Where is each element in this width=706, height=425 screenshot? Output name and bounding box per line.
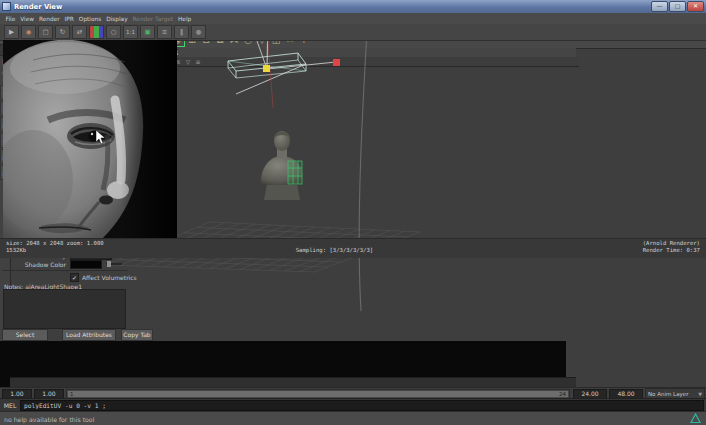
anim-layer-value: No Anim Layer (648, 391, 688, 397)
rw-menu-render-target[interactable]: Render Target (130, 16, 175, 22)
mel-label[interactable]: MEL (0, 402, 20, 409)
face-render (3, 40, 177, 238)
image-size-zoom: size: 2048 x 2048 zoom: 1.000 (6, 240, 104, 246)
help-line: no help available for this tool (0, 411, 706, 425)
render-view-toolbar: ▶◉▢↻⇄▮○1:1▣≡‖● (0, 24, 706, 41)
ipr-render-icon[interactable]: ◉ (21, 25, 36, 39)
pause-ipr-icon[interactable]: ‖ (174, 25, 189, 39)
status-line-2: 1532Kb Sampling: [3/3/3/3/3/3] Render Ti… (0, 246, 706, 253)
range-start-handle[interactable]: 1 (68, 391, 76, 397)
render-time: Render Time: 0:37 (643, 247, 700, 253)
display-options-icon[interactable]: ≡ (157, 25, 172, 39)
playback-end-field[interactable]: 24.00 (573, 389, 607, 399)
chevron-down-icon: ▼ (698, 391, 702, 397)
mel-command-input[interactable] (20, 400, 704, 411)
renderer-name: (Arnold Renderer) (643, 240, 700, 246)
alpha-channel-icon[interactable]: ○ (106, 25, 121, 39)
rw-menu-file[interactable]: File (3, 16, 18, 22)
rgb-channels-icon[interactable]: ▮ (89, 25, 104, 39)
rw-menu-render[interactable]: Render (36, 16, 62, 22)
maya-application-window: EditModifyCreateDisplayWindowAssetsShave… (0, 0, 706, 425)
rw-menu-options[interactable]: Options (76, 16, 103, 22)
anim-start-field[interactable]: 1.00 (34, 389, 64, 399)
render-view-statusbar: size: 2048 x 2048 zoom: 1.000 (Arnold Re… (0, 238, 706, 258)
rw-menu-view[interactable]: View (18, 16, 37, 22)
watermark-logo (690, 413, 701, 425)
redo-previous-render-icon[interactable]: ↻ (55, 25, 70, 39)
region-toggle-icon[interactable]: ▣ (140, 25, 155, 39)
close-button[interactable] (687, 1, 704, 12)
snapshot-icon[interactable]: ▢ (38, 25, 53, 39)
render-view-app-icon (2, 2, 11, 11)
render-globe-icon[interactable]: ● (191, 25, 206, 39)
command-line: MEL (0, 398, 706, 412)
render-icon[interactable]: ▶ (4, 25, 19, 39)
status-line-1: size: 2048 x 2048 zoom: 1.000 (Arnold Re… (0, 239, 706, 246)
range-slider-bar[interactable]: 1 24 (68, 391, 568, 397)
range-end-handle[interactable]: 24 (557, 391, 568, 397)
render-view-titlebar[interactable]: Render View (0, 0, 706, 13)
image-memory: 1532Kb (6, 247, 26, 253)
help-text: no help available for this tool (4, 416, 94, 423)
rendered-image[interactable] (3, 40, 177, 238)
render-view-title: Render View (14, 3, 62, 11)
minimize-button[interactable] (651, 1, 668, 12)
window-buttons (650, 1, 704, 12)
playback-start-field[interactable]: 1.00 (2, 389, 32, 399)
pan-zoom-icon[interactable]: ⇄ (72, 25, 87, 39)
rw-menu-ipr[interactable]: IPR (62, 16, 76, 22)
rw-menu-help[interactable]: Help (176, 16, 194, 22)
rw-menu-display[interactable]: Display (104, 16, 130, 22)
maximize-button[interactable] (669, 1, 686, 12)
anim-end-field[interactable]: 48.00 (609, 389, 643, 399)
sampling-info: Sampling: [3/3/3/3/3/3] (296, 247, 373, 253)
one-to-one-icon[interactable]: 1:1 (123, 25, 138, 39)
range-slider[interactable]: 1 24 (66, 389, 570, 399)
